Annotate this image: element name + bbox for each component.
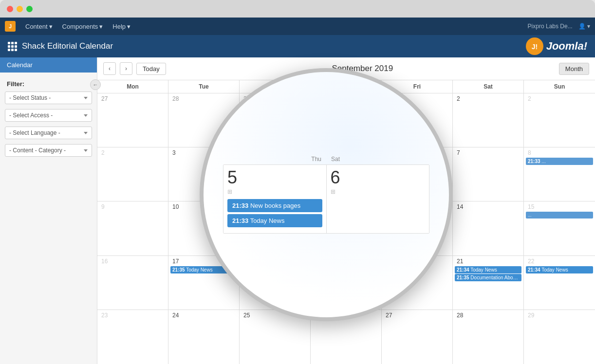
- zoom-copy-icon-5: ⊞: [227, 188, 322, 195]
- user-icon[interactable]: 👤 ▾: [578, 23, 590, 30]
- cal-cell: 29: [524, 310, 595, 364]
- svg-text:J!: J!: [531, 43, 537, 51]
- maximize-button[interactable]: [26, 6, 33, 12]
- titlebar-left: Shack Editorial Calendar: [8, 41, 113, 51]
- header-mon: Mon: [97, 80, 168, 93]
- zoom-overlay: Thu Sat 5 ⊞ 21:33 New books pages 21:33 …: [200, 68, 453, 321]
- next-button[interactable]: ›: [120, 62, 132, 75]
- zoom-day6-num: 6: [331, 169, 426, 186]
- calendar-event[interactable]: 21:34 Today News: [526, 266, 593, 273]
- calendar-event[interactable]: 21:33 ...: [526, 158, 593, 165]
- cal-cell: 7: [453, 147, 524, 201]
- calendar-event[interactable]: ...: [526, 212, 593, 218]
- chevron-down-icon: ▾: [99, 23, 103, 30]
- joomla-admin-icon: J: [5, 21, 16, 32]
- cal-cell: 2: [453, 93, 524, 147]
- chevron-down-icon: ▾: [127, 23, 130, 30]
- zoom-content: Thu Sat 5 ⊞ 21:33 New books pages 21:33 …: [204, 141, 449, 248]
- header-tue: Tue: [168, 80, 240, 93]
- language-select[interactable]: - Select Language -: [5, 127, 92, 139]
- calendar-event[interactable]: 21:34 Today News: [455, 266, 521, 273]
- month-title: September 2019: [170, 64, 555, 73]
- site-link[interactable]: Pixpro Labs De...: [528, 23, 573, 30]
- sidebar-collapse-button[interactable]: ←: [90, 79, 101, 90]
- zoom-cell-5: 5 ⊞ 21:33 New books pages 21:33 Today Ne…: [223, 165, 327, 233]
- content-menu[interactable]: Content ▾: [21, 21, 56, 32]
- chevron-left-icon: ‹: [109, 65, 111, 72]
- today-button[interactable]: Today: [136, 63, 166, 75]
- topbar-menu: Content ▾ Components ▾ Help ▾: [21, 21, 528, 32]
- zoom-copy-icon-6: ⊞: [331, 188, 426, 195]
- header-sat: Sat: [453, 80, 524, 93]
- joomla-icon: J!: [526, 37, 543, 55]
- cal-cell: 2: [524, 93, 595, 147]
- sidebar-item-calendar[interactable]: Calendar: [0, 57, 97, 73]
- joomla-logo: J! Joomla!: [526, 37, 587, 55]
- access-filter-wrapper: - Select Access -: [0, 109, 97, 127]
- cal-cell: 2: [97, 147, 168, 201]
- zoom-day5-num: 5: [227, 169, 322, 186]
- mac-chrome: [0, 0, 595, 18]
- status-filter-wrapper: - Select Status -: [0, 91, 97, 109]
- category-select[interactable]: - Content - Category -: [5, 144, 92, 157]
- cal-cell: 28: [453, 310, 524, 364]
- minimize-button[interactable]: [17, 6, 23, 12]
- cal-cell: 16: [97, 256, 168, 309]
- zoom-day-header-thu: Thu: [223, 156, 326, 163]
- topbar-right: Pixpro Labs De... 👤 ▾: [528, 23, 590, 30]
- sidebar: Calendar Filter: - Select Status - - Sel…: [0, 57, 97, 364]
- close-button[interactable]: [7, 6, 13, 12]
- prev-button[interactable]: ‹: [103, 62, 116, 75]
- cal-cell: 27: [382, 310, 453, 364]
- cal-cell: 27: [97, 93, 168, 147]
- zoom-event-2[interactable]: 21:33 Today News: [227, 214, 322, 227]
- topbar: J Content ▾ Components ▾ Help ▾ Pixpro L…: [0, 18, 595, 35]
- header-sun: Sun: [524, 80, 595, 93]
- zoom-event-1[interactable]: 21:33 New books pages: [227, 199, 322, 212]
- month-view-button[interactable]: Month: [559, 63, 589, 75]
- cal-cell: 24: [168, 310, 240, 364]
- zoom-day-header-sat: Sat: [326, 156, 429, 163]
- status-select[interactable]: - Select Status -: [5, 91, 92, 104]
- chevron-right-icon: ›: [125, 65, 127, 72]
- cal-cell-21: 21 21:34 Today News 21:35 Documentation …: [453, 256, 524, 309]
- titlebar: Shack Editorial Calendar J! Joomla!: [0, 35, 595, 57]
- category-filter-wrapper: - Content - Category -: [0, 144, 97, 162]
- help-menu[interactable]: Help ▾: [109, 21, 134, 32]
- filter-label: Filter:: [0, 73, 97, 91]
- zoom-cell-6: 6 ⊞: [327, 165, 429, 233]
- zoom-cells: 5 ⊞ 21:33 New books pages 21:33 Today Ne…: [223, 164, 429, 234]
- language-filter-wrapper: - Select Language -: [0, 127, 97, 144]
- cal-cell: 22 21:34 Today News: [524, 256, 595, 309]
- cal-cell: 15 ...: [524, 201, 595, 255]
- cal-cell: 14: [453, 201, 524, 255]
- cal-cell: 23: [97, 310, 168, 364]
- page-title: Shack Editorial Calendar: [22, 41, 113, 51]
- access-select[interactable]: - Select Access -: [5, 109, 92, 122]
- chevron-down-icon: ▾: [49, 23, 53, 30]
- cal-cell: 9: [97, 201, 168, 255]
- cal-cell: 8 21:33 ...: [524, 147, 595, 201]
- grid-icon: [8, 42, 17, 51]
- calendar-event[interactable]: 21:35 Documentation About Joomla: [455, 274, 521, 281]
- components-menu[interactable]: Components ▾: [58, 21, 107, 32]
